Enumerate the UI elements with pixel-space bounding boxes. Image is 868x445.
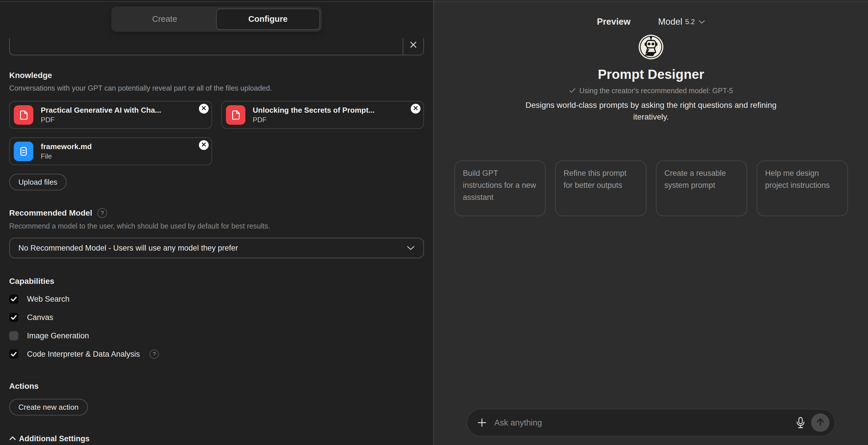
knowledge-files: Practical Generative AI with Cha... PDF … xyxy=(9,101,424,165)
upload-files-button[interactable]: Upload files xyxy=(9,174,67,191)
knowledge-heading: Knowledge xyxy=(9,71,424,80)
close-icon xyxy=(201,105,206,112)
checkbox-image-generation[interactable] xyxy=(9,331,19,340)
capability-label: Code Interpreter & Data Analysis xyxy=(27,350,140,359)
file-type: File xyxy=(41,152,92,160)
tab-configure[interactable]: Configure xyxy=(216,9,320,30)
knowledge-description: Conversations with your GPT can potentia… xyxy=(9,84,424,92)
file-card-texts: framework.md File xyxy=(41,142,92,160)
send-button[interactable] xyxy=(811,413,830,432)
remove-starter-button[interactable] xyxy=(403,38,423,55)
chat-input[interactable] xyxy=(494,418,796,427)
microphone-icon[interactable] xyxy=(796,417,805,429)
tab-create[interactable]: Create xyxy=(113,9,216,30)
chevron-down-icon xyxy=(407,244,415,252)
file-name: framework.md xyxy=(41,142,92,151)
remove-file-button[interactable] xyxy=(199,140,209,150)
recommended-model-heading-row: Recommended Model ? xyxy=(9,208,424,218)
checkbox-code-interpreter[interactable] xyxy=(9,349,19,359)
capabilities-heading: Capabilities xyxy=(9,277,424,286)
pdf-file-icon xyxy=(14,105,33,125)
capability-label: Image Generation xyxy=(27,332,89,340)
starter-suggestion-1[interactable]: Build GPT instructions for a new assista… xyxy=(454,161,546,216)
remove-file-button[interactable] xyxy=(411,104,421,113)
file-name: Practical Generative AI with Cha... xyxy=(41,106,161,115)
model-selector-version: 5.2 xyxy=(685,18,694,26)
actions-heading: Actions xyxy=(9,382,424,391)
generic-file-icon xyxy=(14,142,33,161)
conversation-starter-row-clipped xyxy=(9,38,424,55)
gpt-avatar xyxy=(638,34,664,60)
starter-suggestion-3[interactable]: Create a reusable system prompt xyxy=(656,161,747,216)
conversation-starters: Build GPT instructions for a new assista… xyxy=(434,161,868,216)
help-icon[interactable]: ? xyxy=(97,208,107,218)
capability-label: Web Search xyxy=(27,295,69,304)
capability-row-canvas: Canvas xyxy=(9,312,424,323)
checkbox-canvas[interactable] xyxy=(9,313,19,322)
file-name: Unlocking the Secrets of Prompt... xyxy=(253,106,375,115)
file-card-pdf-2[interactable]: Unlocking the Secrets of Prompt... PDF xyxy=(221,101,424,129)
plus-icon[interactable] xyxy=(477,418,487,427)
conversation-starter-input[interactable] xyxy=(10,38,403,55)
model-selector-label: Model xyxy=(658,16,682,27)
recommended-model-description: Recommend a model to the user, which sho… xyxy=(9,222,424,230)
additional-settings-toggle[interactable]: Additional Settings xyxy=(9,434,424,443)
starter-suggestion-4[interactable]: Help me design project instructions xyxy=(756,161,848,216)
editor-panel: Create Configure Knowledge Conversations… xyxy=(0,0,434,445)
checkbox-web-search[interactable] xyxy=(9,295,19,304)
help-icon[interactable]: ? xyxy=(150,349,159,359)
file-card-texts: Practical Generative AI with Cha... PDF xyxy=(41,106,161,124)
preview-header: Preview Model 5.2 xyxy=(434,0,868,27)
editor-tab-switcher: Create Configure xyxy=(112,7,322,32)
recommended-model-selected-option: No Recommended Model - Users will use an… xyxy=(19,244,238,252)
capability-row-web-search: Web Search xyxy=(9,293,424,305)
recommended-model-heading: Recommended Model xyxy=(9,208,92,218)
file-card-texts: Unlocking the Secrets of Prompt... PDF xyxy=(253,106,375,124)
capability-row-code-interpreter: Code Interpreter & Data Analysis ? xyxy=(9,348,424,360)
preview-title: Preview xyxy=(597,16,630,27)
gpt-description: Designs world-class prompts by asking th… xyxy=(525,100,777,123)
window-top-border xyxy=(0,1,868,2)
chevron-up-icon xyxy=(9,436,16,442)
capability-row-image-generation: Image Generation xyxy=(9,330,424,341)
conversation-starter-row xyxy=(9,38,424,55)
recommended-model-note: Using the creator's recommended model: G… xyxy=(434,87,868,95)
capabilities-list: Web Search Canvas Image Generation Code … xyxy=(9,293,424,360)
file-type: PDF xyxy=(41,116,161,124)
capability-label: Canvas xyxy=(27,313,53,322)
close-icon xyxy=(201,142,206,148)
recommended-model-select[interactable]: No Recommended Model - Users will use an… xyxy=(9,238,424,258)
chevron-down-icon xyxy=(699,20,705,24)
check-icon xyxy=(569,87,576,95)
editor-header: Create Configure xyxy=(0,0,433,38)
gpt-name: Prompt Designer xyxy=(434,67,868,82)
close-icon xyxy=(413,105,418,112)
create-new-action-button[interactable]: Create new action xyxy=(9,399,88,415)
close-icon xyxy=(409,40,417,50)
configure-form: Knowledge Conversations with your GPT ca… xyxy=(0,38,433,443)
file-type: PDF xyxy=(253,116,375,124)
file-card-pdf-1[interactable]: Practical Generative AI with Cha... PDF xyxy=(9,101,212,129)
pdf-file-icon xyxy=(226,105,245,125)
recommended-model-note-text: Using the creator's recommended model: G… xyxy=(579,87,733,95)
additional-settings-label: Additional Settings xyxy=(19,434,90,443)
remove-file-button[interactable] xyxy=(199,104,209,113)
file-card-md[interactable]: framework.md File xyxy=(9,137,212,165)
starter-suggestion-2[interactable]: Refine this prompt for better outputs xyxy=(555,161,646,216)
arrow-up-icon xyxy=(816,417,825,428)
preview-panel: Preview Model 5.2 Prompt Designer Using … xyxy=(434,0,868,445)
chat-composer xyxy=(467,409,835,436)
model-selector[interactable]: Model 5.2 xyxy=(658,16,705,27)
